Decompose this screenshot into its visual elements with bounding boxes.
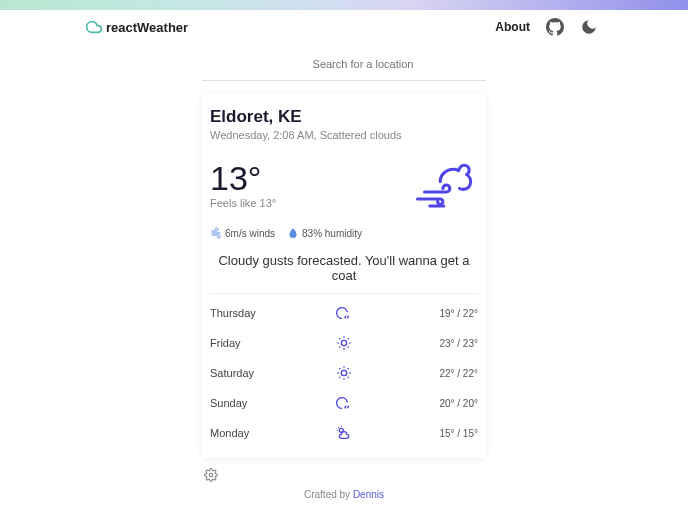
forecast-temps: 23° / 23° <box>352 338 478 349</box>
header-bar: reactWeather About <box>0 10 688 44</box>
forecast-temps: 22° / 22° <box>352 368 478 379</box>
weather-card: Eldoret, KE Wednesday, 2:08 AM, Scattere… <box>202 93 486 458</box>
footer-author-link[interactable]: Dennis <box>353 489 384 500</box>
cloud-icon <box>86 19 102 35</box>
footer: Crafted by Dennis <box>0 489 688 500</box>
settings-icon[interactable] <box>204 468 218 482</box>
cloud-rain-icon <box>336 305 352 321</box>
forecast-list: Thursday19° / 22°Friday23° / 23°Saturday… <box>202 294 486 450</box>
humidity-icon <box>287 227 299 239</box>
forecast-temps: 19° / 22° <box>352 308 478 319</box>
about-link[interactable]: About <box>495 20 530 34</box>
recommendation-text: Cloudy gusts forecasted. You'll wanna ge… <box>210 253 478 293</box>
brand-name: reactWeather <box>106 20 188 35</box>
github-icon[interactable] <box>546 18 564 36</box>
search-bar <box>202 50 486 81</box>
svg-point-2 <box>341 340 346 345</box>
svg-line-9 <box>339 347 340 348</box>
wind-text: 6m/s winds <box>225 228 275 239</box>
humidity-stat: 83% humidity <box>287 227 362 239</box>
forecast-day: Thursday <box>210 307 336 319</box>
cloud-rain-icon <box>336 395 352 411</box>
moon-icon[interactable] <box>580 18 598 36</box>
humidity-text: 83% humidity <box>302 228 362 239</box>
svg-line-5 <box>339 338 340 339</box>
forecast-day: Saturday <box>210 367 336 379</box>
forecast-day: Sunday <box>210 397 336 409</box>
svg-line-23 <box>338 427 339 428</box>
svg-line-18 <box>339 377 340 378</box>
sun-icon <box>336 335 352 351</box>
wind-icon <box>210 227 222 239</box>
svg-line-10 <box>348 338 349 339</box>
sun-cloud-icon <box>336 425 352 441</box>
forecast-row: Saturday22° / 22° <box>210 358 478 388</box>
svg-line-14 <box>339 368 340 369</box>
search-input[interactable] <box>240 54 486 74</box>
top-gradient <box>0 0 688 10</box>
svg-point-24 <box>209 473 213 477</box>
current-row: 13° Feels like 13° <box>210 157 478 213</box>
svg-line-6 <box>348 347 349 348</box>
sun-icon <box>336 365 352 381</box>
footer-prefix: Crafted by <box>304 489 353 500</box>
svg-point-11 <box>341 370 346 375</box>
forecast-row: Monday15° / 15° <box>210 418 478 448</box>
header-right: About <box>495 18 598 36</box>
svg-line-15 <box>348 377 349 378</box>
svg-line-19 <box>348 368 349 369</box>
forecast-day: Monday <box>210 427 336 439</box>
forecast-day: Friday <box>210 337 336 349</box>
forecast-row: Friday23° / 23° <box>210 328 478 358</box>
forecast-row: Thursday19° / 22° <box>210 298 478 328</box>
logo[interactable]: reactWeather <box>86 19 188 35</box>
forecast-temps: 15° / 15° <box>352 428 478 439</box>
forecast-row: Sunday20° / 20° <box>210 388 478 418</box>
datetime-text: Wednesday, 2:08 AM, Scattered clouds <box>210 129 478 141</box>
current-temp: 13° <box>210 161 276 195</box>
wind-stat: 6m/s winds <box>210 227 275 239</box>
wind-cloud-icon <box>406 157 478 213</box>
main-container: Eldoret, KE Wednesday, 2:08 AM, Scattere… <box>202 50 486 486</box>
temp-block: 13° Feels like 13° <box>210 161 276 209</box>
feels-like: Feels like 13° <box>210 197 276 209</box>
location-title: Eldoret, KE <box>210 107 478 127</box>
forecast-temps: 20° / 20° <box>352 398 478 409</box>
stats-row: 6m/s winds 83% humidity <box>210 227 478 239</box>
